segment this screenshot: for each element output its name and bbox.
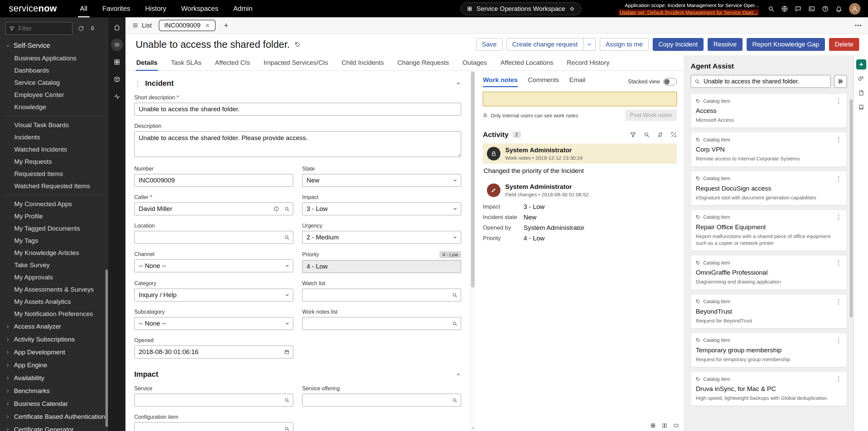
sidebar-item-visual-task-boards[interactable]: Visual Task Boards: [0, 119, 108, 131]
tab-work-notes[interactable]: Work notes: [483, 76, 518, 87]
notifications-icon[interactable]: [835, 5, 842, 12]
refresh-icon[interactable]: [78, 25, 84, 32]
sidebar-item-employee-center[interactable]: Employee Center: [0, 89, 108, 101]
sidebar-item-my-notification-preferences[interactable]: My Notification Preferences: [0, 308, 108, 320]
sidebar-item-certificate-based-authentication[interactable]: Certificate Based Authentication: [0, 410, 108, 423]
tab-details[interactable]: Details: [136, 59, 158, 71]
pin-icon[interactable]: [90, 25, 96, 32]
chat-icon[interactable]: [795, 5, 802, 12]
activity-icon[interactable]: [111, 91, 123, 103]
sidebar-item-business-calendar[interactable]: Business Calendar: [0, 397, 108, 410]
kebab-menu-icon[interactable]: ⋮: [835, 259, 842, 266]
globe-icon[interactable]: [781, 5, 788, 12]
tab-impacted-services[interactable]: Impacted Services/CIs: [263, 59, 329, 71]
sidebar-item-my-requests[interactable]: My Requests: [0, 156, 108, 168]
nav-workspaces[interactable]: Workspaces: [174, 0, 226, 17]
sidebar-section-self-service[interactable]: Self-Service: [0, 39, 108, 52]
catalog-item-card[interactable]: Catalog Item⋮ Temporary group membership…: [691, 333, 847, 367]
sidebar-item-my-connected-apps[interactable]: My Connected Apps: [0, 198, 108, 210]
catalog-item-card[interactable]: Catalog Item⋮ BeyondTrust Request for Be…: [691, 294, 847, 329]
search-icon[interactable]: [284, 206, 290, 212]
more-tabs-icon[interactable]: [855, 25, 861, 26]
tab-task-slas[interactable]: Task SLAs: [170, 59, 202, 71]
info-icon[interactable]: [274, 206, 279, 212]
channel-select[interactable]: -- None --: [134, 259, 293, 272]
kebab-menu-icon[interactable]: ⋮: [835, 98, 842, 104]
workspace-switcher[interactable]: Service Operations Workspace: [460, 2, 581, 15]
close-icon[interactable]: [205, 23, 210, 28]
chevron-down-icon[interactable]: [584, 38, 596, 51]
subcategory-select[interactable]: -- None --: [134, 317, 293, 330]
short-description-input[interactable]: [134, 103, 461, 116]
list-tab[interactable]: List: [132, 22, 152, 29]
delete-button[interactable]: Delete: [829, 38, 859, 51]
sidebar-item-my-approvals[interactable]: My Approvals: [0, 271, 108, 283]
expand-icon[interactable]: [671, 132, 677, 138]
chevron-up-icon[interactable]: [456, 372, 461, 377]
catalog-item-card[interactable]: Catalog Item⋮ Access Microsoft Access: [691, 93, 847, 128]
sidebar-item-my-assessments-surveys[interactable]: My Assessments & Surveys: [0, 283, 108, 296]
save-button[interactable]: Save: [476, 38, 502, 51]
kebab-menu-icon[interactable]: ⋮: [835, 214, 842, 220]
work-notes-input[interactable]: [483, 92, 677, 106]
create-change-request-button[interactable]: Create change request: [507, 38, 584, 51]
update-set-link[interactable]: Update set: Default [Incident Management…: [618, 9, 759, 15]
add-tab-icon[interactable]: [223, 22, 229, 28]
sidebar-item-knowledge[interactable]: Knowledge: [0, 101, 108, 113]
attachment-icon[interactable]: [856, 74, 866, 84]
drag-handle-icon[interactable]: ⋮: [134, 80, 141, 87]
tag-icon[interactable]: [295, 41, 301, 47]
tab-affected-cis[interactable]: Affected CIs: [214, 59, 251, 71]
kebab-menu-icon[interactable]: ⋮: [835, 337, 842, 344]
terminal-icon[interactable]: [808, 5, 815, 12]
home-icon[interactable]: [111, 21, 123, 34]
tab-email[interactable]: Email: [569, 76, 586, 87]
catalog-item-card[interactable]: Catalog Item⋮ Corp VPN Remote access to …: [691, 132, 847, 166]
search-icon[interactable]: [644, 132, 650, 138]
location-input[interactable]: [134, 231, 293, 244]
post-work-notes-button[interactable]: Post Work notes: [625, 110, 677, 121]
tab-affected-locations[interactable]: Affected Locations: [500, 59, 554, 71]
sidebar-item-watched-incidents[interactable]: Watched Incidents: [0, 143, 108, 156]
kebab-menu-icon[interactable]: ⋮: [835, 376, 842, 382]
servicenow-logo[interactable]: servicenow: [9, 3, 57, 14]
sidebar-item-watched-requested-items[interactable]: Watched Requested Items: [0, 180, 108, 192]
help-icon[interactable]: [822, 5, 829, 12]
impact-select[interactable]: 3 - Low: [302, 202, 461, 215]
search-settings-button[interactable]: [834, 75, 847, 88]
nav-all[interactable]: All: [73, 0, 95, 17]
document-icon[interactable]: [856, 88, 866, 98]
assign-to-me-button[interactable]: Assign to me: [600, 38, 649, 51]
urgency-select[interactable]: 2 - Medium: [302, 231, 461, 244]
kebab-menu-icon[interactable]: ⋮: [835, 136, 842, 143]
sidebar-item-service-catalog[interactable]: Service Catalog: [0, 77, 108, 89]
sidebar-item-requested-items[interactable]: Requested Items: [0, 168, 108, 180]
card-view-icon[interactable]: [673, 423, 679, 428]
favorite-star-icon[interactable]: [569, 6, 575, 12]
catalog-item-card[interactable]: Catalog Item⋮ Druva inSync, for Mac & PC…: [691, 371, 847, 406]
sidebar-item-my-profile[interactable]: My Profile: [0, 210, 108, 222]
sidebar-item-my-knowledge-articles[interactable]: My Knowledge Articles: [0, 247, 108, 259]
state-select[interactable]: New: [302, 174, 461, 187]
stacked-view-toggle[interactable]: [663, 78, 677, 85]
sidebar-item-certificate-generator[interactable]: Certificate Generator: [0, 423, 108, 431]
sidebar-item-availability[interactable]: Availability: [0, 372, 108, 385]
sidebar-item-app-development[interactable]: App Development: [0, 346, 108, 359]
sidebar-item-my-tagged-documents[interactable]: My Tagged Documents: [0, 222, 108, 235]
category-select[interactable]: Inquiry / Help: [134, 289, 293, 301]
catalog-item-card[interactable]: Catalog Item⋮ OmniGraffle Professional D…: [691, 255, 847, 290]
menu-icon[interactable]: [111, 39, 123, 51]
sidebar-item-dashboards[interactable]: Dashboards: [0, 64, 108, 77]
sidebar-scrollbar[interactable]: [105, 270, 108, 427]
filter-input[interactable]: [18, 25, 69, 33]
catalog-item-card[interactable]: Catalog Item⋮ Request DocuSign access eS…: [691, 171, 847, 205]
user-avatar[interactable]: [849, 3, 861, 15]
kebab-menu-icon[interactable]: ⋮: [835, 298, 842, 305]
search-icon[interactable]: [452, 397, 457, 403]
nav-favorites[interactable]: Favorites: [95, 0, 138, 17]
nav-history[interactable]: History: [138, 0, 174, 17]
search-icon[interactable]: [452, 292, 457, 298]
search-icon[interactable]: [284, 235, 290, 240]
chevron-up-icon[interactable]: [456, 81, 461, 86]
search-icon[interactable]: [284, 397, 290, 403]
